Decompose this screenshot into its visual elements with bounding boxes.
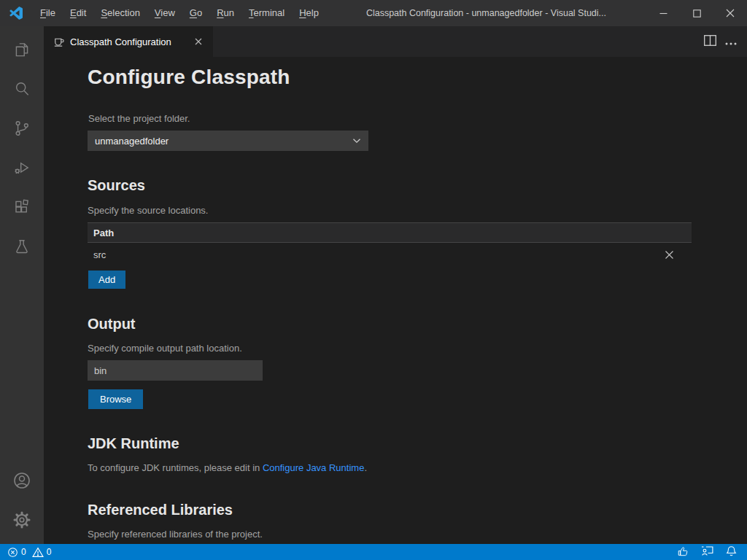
close-window-button[interactable] [713,0,747,26]
error-count: 0 [21,547,26,557]
classpath-configuration-page: Configure Classpath Select the project f… [44,57,747,544]
sources-description: Specify the source locations. [88,205,208,216]
error-icon [7,547,18,558]
settings-gear-icon[interactable] [4,500,39,540]
project-folder-label: Select the project folder. [88,113,190,124]
sources-table-header: Path [88,222,692,243]
project-folder-selected-value: unmanagedfolder [95,136,352,147]
remove-source-icon[interactable] [662,248,676,261]
java-cup-icon [53,36,65,48]
search-icon[interactable] [4,69,39,109]
run-and-debug-icon[interactable] [4,148,39,187]
warning-count: 0 [47,547,52,557]
tab-classpath-configuration[interactable]: Classpath Configuration [44,26,213,57]
source-row-src[interactable]: src [88,244,692,265]
output-heading: Output [88,316,136,332]
page-title: Configure Classpath [88,66,290,89]
menu-help[interactable]: Help [292,0,326,26]
jdk-runtime-heading: JDK Runtime [88,435,179,452]
browse-output-button[interactable]: Browse [88,389,143,409]
sources-heading: Sources [88,177,145,194]
vscode-logo-icon [9,6,24,20]
editor-actions [704,26,747,57]
referenced-libraries-heading: Referenced Libraries [88,502,233,518]
minimize-button[interactable] [646,0,680,26]
title-bar: File Edit Selection View Go Run Terminal… [0,0,747,26]
tab-close-icon[interactable] [191,34,206,49]
menu-selection[interactable]: Selection [93,0,147,26]
jdk-desc-suffix: . [364,462,367,473]
output-description: Specify compile output path location. [88,343,242,354]
tab-label: Classpath Configuration [70,36,191,47]
source-path-value: src [93,249,662,260]
status-bar: 0 0 [0,544,747,560]
menu-bar: File Edit Selection View Go Run Terminal… [33,0,326,26]
split-editor-icon[interactable] [704,35,716,49]
source-control-icon[interactable] [4,109,39,148]
notifications-bell-icon[interactable] [726,545,737,559]
extensions-icon[interactable] [4,187,39,227]
menu-go[interactable]: Go [182,0,209,26]
vscode-window: File Edit Selection View Go Run Terminal… [0,0,747,560]
testing-icon[interactable] [4,227,39,266]
project-folder-select[interactable]: unmanagedfolder [88,131,368,151]
menu-view[interactable]: View [147,0,182,26]
menu-file[interactable]: File [33,0,63,26]
feedback-thumbs-up-icon[interactable] [677,545,689,559]
window-controls [646,0,747,26]
menu-run[interactable]: Run [209,0,241,26]
explorer-icon[interactable] [4,30,39,69]
add-source-button[interactable]: Add [88,271,125,289]
tab-bar: Classpath Configuration [44,26,747,57]
window-title: Classpath Configuration - unmanagedfolde… [326,8,646,18]
configure-java-runtime-link[interactable]: Configure Java Runtime [263,462,364,473]
referenced-libraries-description: Specify referenced libraries of the proj… [88,529,263,540]
chevron-down-icon [352,138,361,144]
output-path-input[interactable] [88,360,263,381]
problems-indicator[interactable]: 0 0 [7,547,51,558]
maximize-button[interactable] [680,0,713,26]
jdk-runtime-description: To configure JDK runtimes, please edit i… [88,462,367,473]
menu-edit[interactable]: Edit [63,0,93,26]
warning-icon [32,547,44,558]
sources-column-path: Path [93,228,114,238]
activity-bar [0,26,44,544]
jdk-desc-prefix: To configure JDK runtimes, please edit i… [88,462,263,473]
presenter-feedback-icon[interactable] [701,545,713,559]
menu-terminal[interactable]: Terminal [241,0,292,26]
more-actions-icon[interactable] [725,35,737,48]
account-icon[interactable] [4,461,39,500]
